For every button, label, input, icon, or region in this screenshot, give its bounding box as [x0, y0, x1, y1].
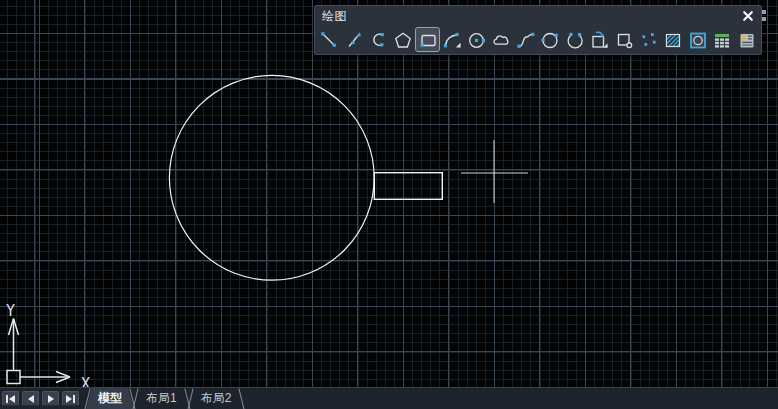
tab-label: 模型 — [98, 390, 122, 407]
gradient-tool[interactable] — [685, 27, 710, 52]
multiline-text-icon — [737, 30, 757, 50]
draw-toolbar-panel: 绘图 — [314, 5, 762, 55]
multiline-text-tool[interactable] — [735, 27, 760, 52]
layout-tabs: 模型布局1布局2 — [86, 388, 243, 409]
polyline-icon — [368, 30, 388, 50]
construction-line-icon — [344, 30, 364, 50]
close-icon — [741, 9, 755, 23]
previous-tab-button[interactable] — [22, 391, 39, 406]
insert-block-tool[interactable] — [587, 27, 612, 52]
polygon-icon — [393, 30, 413, 50]
circle-icon — [467, 30, 487, 50]
tab-layout1[interactable]: 布局1 — [134, 388, 189, 409]
ucs-icon: Y X — [6, 302, 90, 393]
rectangle-icon — [418, 30, 438, 50]
close-button[interactable] — [739, 8, 756, 24]
point-icon — [639, 30, 659, 50]
table-tool[interactable] — [710, 27, 735, 52]
line-icon — [319, 30, 339, 50]
circle-tool[interactable] — [464, 27, 489, 52]
first-tab-button[interactable] — [2, 391, 19, 406]
tab-label: 布局1 — [146, 390, 177, 407]
tab-nav-buttons — [2, 391, 82, 406]
arc-tool[interactable] — [440, 27, 465, 52]
revision-cloud-tool[interactable] — [489, 27, 514, 52]
line-tool[interactable] — [317, 27, 342, 52]
insert-block-icon — [589, 30, 609, 50]
make-block-icon — [614, 30, 634, 50]
revision-cloud-icon — [491, 30, 511, 50]
rectangle-entity[interactable] — [374, 173, 442, 200]
arc-icon — [442, 30, 462, 50]
crosshair-cursor — [461, 140, 528, 203]
rectangle-tool[interactable] — [415, 27, 440, 52]
last-tab-button[interactable] — [62, 391, 79, 406]
polyline-tool[interactable] — [366, 27, 391, 52]
construction-line-tool[interactable] — [342, 27, 367, 52]
spline-icon — [516, 30, 536, 50]
draw-toolbar-titlebar[interactable]: 绘图 — [315, 6, 761, 26]
make-block-tool[interactable] — [612, 27, 637, 52]
ellipse-icon — [540, 30, 560, 50]
ellipse-arc-tool[interactable] — [563, 27, 588, 52]
point-tool[interactable] — [636, 27, 661, 52]
gradient-icon — [688, 30, 708, 50]
ellipse-arc-icon — [565, 30, 585, 50]
cad-application-window: Y X 绘图 模型布局1布局2 — [0, 0, 778, 409]
layout-tab-bar: 模型布局1布局2 — [0, 387, 778, 409]
table-icon — [712, 30, 732, 50]
tab-model[interactable]: 模型 — [86, 388, 134, 409]
docked-toolbar-grip[interactable] — [762, 10, 767, 23]
spline-tool[interactable] — [514, 27, 539, 52]
hatch-icon — [663, 30, 683, 50]
circle-entity[interactable] — [169, 75, 374, 280]
ucs-y-label: Y — [6, 302, 15, 320]
polygon-tool[interactable] — [391, 27, 416, 52]
draw-toolbar-title: 绘图 — [322, 8, 347, 25]
ellipse-tool[interactable] — [538, 27, 563, 52]
next-tab-button[interactable] — [42, 391, 59, 406]
tab-label: 布局2 — [201, 390, 232, 407]
drawing-entities-layer: Y X — [0, 0, 778, 409]
draw-toolbar-buttons — [315, 26, 761, 53]
hatch-tool[interactable] — [661, 27, 686, 52]
tab-layout2[interactable]: 布局2 — [189, 388, 244, 409]
